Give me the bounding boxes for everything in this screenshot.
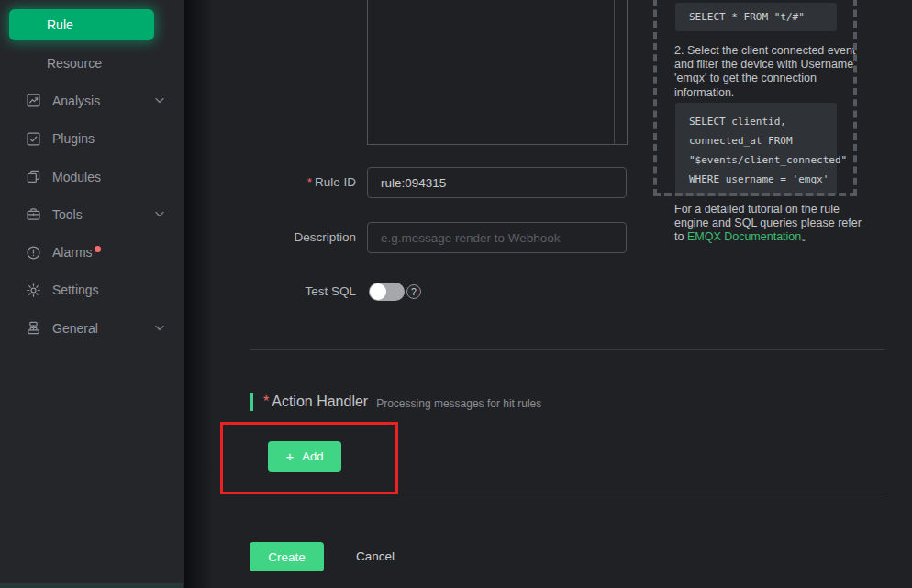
test-sql-label: Test SQL bbox=[229, 276, 356, 307]
create-button[interactable]: Create bbox=[250, 542, 324, 571]
sidebar-item-general[interactable]: General bbox=[0, 309, 184, 347]
sql-editor-scrollbar[interactable] bbox=[614, 0, 615, 144]
description-input[interactable] bbox=[367, 222, 627, 253]
alarms-icon bbox=[26, 245, 41, 261]
code-line: SELECT clientid, bbox=[689, 112, 837, 131]
sidebar-item-analysis[interactable]: Analysis bbox=[0, 82, 184, 119]
modules-icon bbox=[26, 169, 41, 184]
general-icon bbox=[26, 320, 41, 336]
toggle-knob bbox=[370, 283, 386, 300]
sidebar-item-label: Modules bbox=[52, 170, 101, 184]
section-divider-top bbox=[250, 349, 884, 350]
sidebar-bottom-strip bbox=[0, 584, 183, 588]
settings-icon bbox=[26, 283, 41, 298]
chevron-down-icon[interactable] bbox=[155, 97, 164, 104]
required-asterisk: * bbox=[307, 175, 312, 189]
sql-editor[interactable] bbox=[367, 0, 628, 145]
help-step2-text: 2. Select the client connected event and… bbox=[674, 44, 862, 100]
sidebar-item-modules[interactable]: Modules bbox=[0, 158, 184, 195]
plugins-icon bbox=[26, 131, 41, 147]
help-question-icon[interactable]: ? bbox=[406, 284, 421, 299]
tools-icon bbox=[26, 206, 41, 222]
chevron-down-icon[interactable] bbox=[155, 325, 164, 331]
section-accent-bar bbox=[250, 393, 253, 411]
chevron-down-icon[interactable] bbox=[155, 211, 164, 217]
sidebar-item-settings[interactable]: Settings bbox=[0, 272, 184, 309]
sidebar-item-label: Plugins bbox=[52, 131, 95, 146]
sidebar-item-tools[interactable]: Tools bbox=[0, 195, 184, 233]
action-handler-header: *Action Handler Processing messages for … bbox=[250, 393, 541, 411]
code-line: WHERE username = 'emqx' bbox=[689, 170, 837, 189]
required-asterisk: * bbox=[263, 394, 269, 409]
rule-id-input[interactable] bbox=[367, 167, 627, 198]
action-handler-title: *Action Handler bbox=[263, 394, 368, 410]
emqx-documentation-link[interactable]: EMQX Documentation bbox=[687, 230, 801, 243]
rule-id-label: *Rule ID bbox=[229, 167, 356, 198]
section-divider-bottom bbox=[250, 494, 884, 494]
sidebar-item-label: Alarms bbox=[52, 245, 93, 260]
sidebar: Rule Resource Analysis Plugins Modules bbox=[0, 0, 184, 588]
sidebar-item-label: General bbox=[52, 321, 98, 336]
sidebar-item-label: Analysis bbox=[52, 94, 100, 108]
alarm-badge-dot bbox=[95, 246, 101, 252]
sidebar-item-alarms[interactable]: Alarms bbox=[0, 233, 184, 271]
sidebar-shadow bbox=[184, 0, 215, 588]
sidebar-nav: Resource Analysis Plugins Modules Tools bbox=[0, 44, 184, 347]
code-line: connected_at FROM bbox=[689, 131, 837, 150]
action-handler-subtitle: Processing messages for hit rules bbox=[376, 394, 541, 410]
sidebar-item-plugins[interactable]: Plugins bbox=[0, 120, 184, 158]
sidebar-item-resource[interactable]: Resource bbox=[0, 44, 184, 82]
description-label: Description bbox=[229, 222, 356, 253]
sidebar-item-rule[interactable]: Rule bbox=[9, 9, 154, 40]
test-sql-toggle[interactable] bbox=[369, 283, 405, 301]
cancel-button[interactable]: Cancel bbox=[356, 542, 395, 571]
sql-example-event: SELECT clientid,connected_at FROM"$event… bbox=[675, 103, 837, 196]
analysis-icon bbox=[26, 93, 41, 108]
sql-example-basic: SELECT * FROM "t/#" bbox=[675, 3, 837, 31]
add-action-button[interactable]: + Add bbox=[268, 441, 341, 472]
plus-icon: + bbox=[286, 449, 295, 464]
code-line: "$events/client_connected" bbox=[689, 150, 837, 170]
sidebar-item-rule-label: Rule bbox=[47, 17, 73, 32]
sidebar-item-label: Resource bbox=[47, 56, 102, 71]
add-action-label: Add bbox=[302, 449, 323, 463]
sidebar-item-label: Settings bbox=[52, 283, 99, 297]
sidebar-item-label: Tools bbox=[52, 207, 83, 222]
help-tutorial-text: For a detailed tutorial on the rule engi… bbox=[674, 203, 862, 245]
